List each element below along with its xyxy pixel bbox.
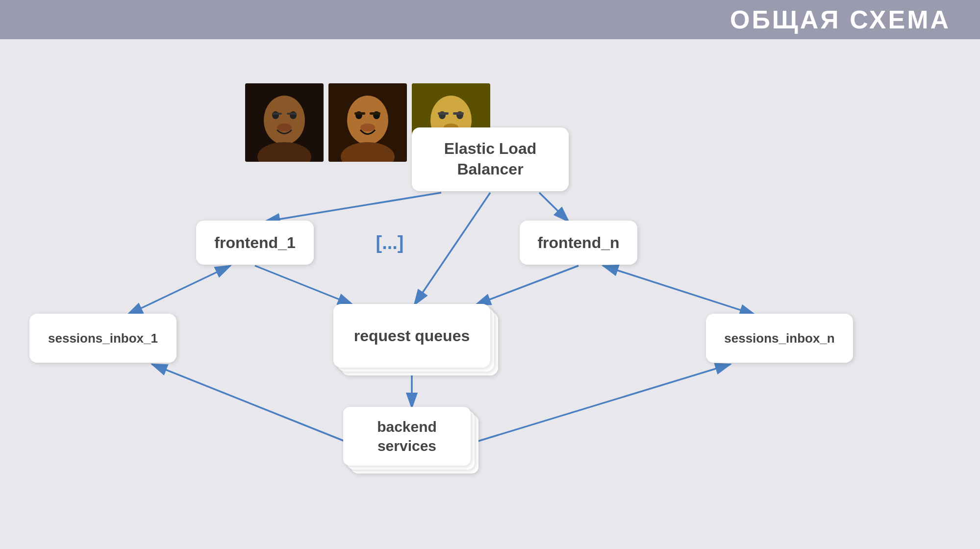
header-bar: ОБЩАЯ СХЕМА	[0, 0, 980, 39]
arrow-bs-sin	[478, 364, 730, 441]
avatar-user2	[328, 83, 407, 162]
frontend1-label: frontend_1	[214, 234, 295, 252]
svg-rect-16	[354, 112, 365, 115]
diagram-area: Elastic LoadBalancer frontend_1 [...] fr…	[0, 39, 980, 549]
box-ellipsis: [...]	[358, 221, 422, 265]
arrow-fen-rq	[476, 266, 578, 305]
arrow-fe1-si1	[127, 266, 230, 315]
box-frontendn: frontend_n	[520, 221, 637, 265]
svg-rect-17	[370, 112, 380, 115]
svg-rect-9	[287, 113, 297, 115]
page-title: ОБЩАЯ СХЕМА	[730, 5, 951, 34]
arrow-bs-si1	[152, 364, 345, 441]
svg-point-18	[360, 124, 375, 131]
avatar-user1	[245, 83, 324, 162]
svg-point-12	[347, 96, 388, 145]
frontendn-label: frontend_n	[537, 234, 619, 252]
svg-point-10	[277, 124, 292, 131]
box-sessions1: sessions_inbox_1	[29, 314, 176, 363]
rq-layer1: request queues	[333, 304, 490, 368]
arrow-fen-sin	[603, 266, 755, 315]
backendservices-label: backendservices	[377, 417, 437, 455]
svg-rect-24	[438, 112, 449, 115]
box-sessionsn: sessions_inbox_n	[706, 314, 853, 363]
svg-rect-8	[272, 113, 282, 115]
box-frontend1: frontend_1	[196, 221, 314, 265]
svg-point-6	[272, 111, 279, 119]
arrow-fe1-rq	[255, 266, 353, 305]
svg-rect-25	[453, 112, 464, 115]
arrow-elb-rq	[414, 193, 490, 305]
arrow-elb-frontendn	[539, 193, 569, 222]
elb-label: Elastic LoadBalancer	[444, 139, 537, 179]
svg-point-4	[264, 96, 305, 145]
arrow-elb-frontend1	[265, 193, 441, 222]
svg-point-7	[290, 111, 297, 119]
ellipsis-label: [...]	[376, 232, 404, 253]
sessions1-label: sessions_inbox_1	[48, 331, 158, 346]
requestqueues-label: request queues	[354, 327, 470, 345]
bs-layer1: backendservices	[343, 407, 471, 466]
sessionsn-label: sessions_inbox_n	[724, 331, 834, 346]
box-elb: Elastic LoadBalancer	[412, 127, 569, 191]
